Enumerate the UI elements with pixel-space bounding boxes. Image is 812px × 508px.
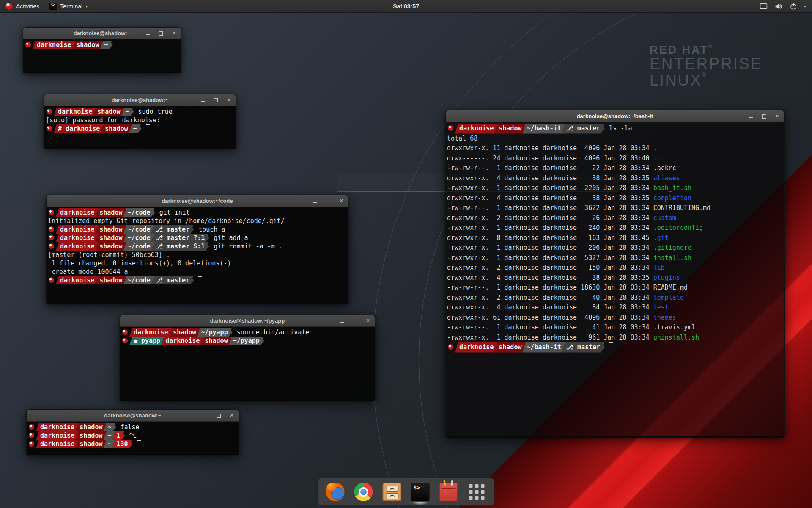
terminal-window-pyapp[interactable]: darknoise@shadow:~/pyapp✕darknoiseshadow… [120,315,375,400]
terminal-content[interactable]: darknoiseshadow~/bash-it⎇ masterls -lato… [446,122,784,438]
close-button[interactable]: ✕ [226,98,231,103]
rhel-logo: RED HAT® ENTERPRISE LINUX® [650,44,762,88]
terminal-line: [master (root-commit) 50bcb63] . [48,251,348,259]
terminal-window-code[interactable]: darknoise@shadow:~/code✕darknoiseshadow~… [46,195,348,304]
command-text: ^C [129,432,137,439]
command-text: git add a [214,234,248,242]
prompt-segment: ⎇ master [151,276,194,284]
terminal-content[interactable]: darknoiseshadow~/pyappsource bin/activat… [120,327,375,401]
maximize-button[interactable] [213,98,218,103]
close-button[interactable]: ✕ [365,318,370,323]
dock-item-terminal[interactable]: $> [411,482,430,502]
terminal-line: -rw-rw-r--. 1 darknoise darknoise 41 Jan… [447,323,784,333]
terminal-line: ● pyappdarknoiseshadow~/pyapp [121,337,375,345]
close-button[interactable]: ✕ [339,199,344,204]
terminal-cursor [137,440,141,441]
minimize-button[interactable] [145,31,150,36]
maximize-button[interactable] [762,114,767,119]
minimize-button[interactable] [749,114,754,119]
titlebar[interactable]: darknoise@shadow:~/pyapp✕ [120,315,375,327]
close-button[interactable]: ✕ [171,31,176,36]
registered-mark: ® [708,44,713,50]
output-text: -rwxrwxr-x. 1 darknoise darknoise 961 Ja… [447,334,699,341]
terminal-icon: $> [411,483,430,501]
prompt-segment: shadow [95,276,126,284]
minimize-button[interactable] [339,318,344,323]
terminal-window-bash-it[interactable]: darknoise@shadow:~/bash-it✕darknoiseshad… [445,110,785,437]
terminal-line: drwxrwxr-x. 2 darknoise darknoise 26 Jan… [447,213,784,224]
terminal-line: drwxrwxr-x. 2 darknoise darknoise 40 Jan… [447,293,784,303]
terminal-window-sudo[interactable]: darknoise@shadow:~✕darknoiseshadow~sudo … [44,94,236,148]
activities-label: Activities [16,3,39,10]
close-button[interactable]: ✕ [775,114,780,119]
prompt-segment: darknoise [36,431,78,440]
terminal-content[interactable]: darknoiseshadow~falsedarknoiseshadow~1^C… [27,422,239,455]
terminal-content[interactable]: darknoiseshadow~sudo true[sudo] password… [44,106,236,149]
prompt-segment: shadow [75,423,106,431]
maximize-button[interactable] [216,413,221,418]
dock-item-app-grid[interactable] [467,482,487,502]
prompt-segment: darknoise [161,337,203,345]
minimize-button[interactable] [313,199,318,204]
titlebar[interactable]: darknoise@shadow:~/bash-it✕ [446,110,784,122]
power-icon [790,3,797,10]
system-status-area[interactable]: ▾ [760,0,812,12]
terminal-line: darknoiseshadow~/code⎇ master S:1git com… [48,242,348,251]
maximize-button[interactable] [352,318,357,323]
window-title: darknoise@shadow:~/bash-it [446,110,784,122]
window-title: darknoise@shadow:~/pyapp [120,315,375,326]
output-text: Initialized empty Git repository in /hom… [48,217,285,225]
terminal-content[interactable]: darknoiseshadow~/codegit initInitialized… [47,207,348,304]
terminal-line: darknoiseshadow~/pyappsource bin/activat… [121,328,375,337]
terminal-line: darknoiseshadow~/code⎇ mastertouch a [48,225,348,234]
prompt-segment: ⎇ master [151,225,194,234]
prompt-segment: # darknoise [54,124,104,133]
terminal-line: drwxrwxr-x. 4 darknoise darknoise 38 Jan… [447,273,784,283]
terminal-line: drwxrwxr-x. 11 darknoise darknoise 4096 … [447,144,784,154]
terminal-line: -rwxrwxr-x. 1 darknoise darknoise 206 Ja… [447,243,784,253]
output-text: drwxrwxr-x. 4 darknoise darknoise 38 Jan… [447,274,680,282]
minimize-button[interactable] [200,98,205,103]
chrome-icon [354,483,373,501]
terminal-cursor [269,337,272,337]
titlebar[interactable]: darknoise@shadow:~✕ [23,28,181,39]
output-text: drwxrwxr-x. 4 darknoise darknoise 38 Jan… [447,194,691,202]
redhat-prompt-icon [29,424,34,430]
maximize-button[interactable] [326,199,331,204]
output-text: -rw-rw-r--. 1 darknoise darknoise 41 Jan… [447,323,695,331]
titlebar[interactable]: darknoise@shadow:~✕ [44,94,236,106]
redhat-prompt-icon [122,329,128,335]
command-text: false [121,423,140,431]
app-menu-terminal[interactable]: $> Terminal ▾ [44,0,93,12]
close-button[interactable]: ✕ [229,413,234,418]
prompt-segment: ⎇ master S:1 [151,242,209,251]
activities-button[interactable]: Activities [0,0,44,12]
prompt-segment: ~/code [123,242,154,251]
output-text: drwxrwxr-x. 61 darknoise darknoise 4096 … [447,314,676,321]
clock[interactable]: Sat 03:57 [393,3,419,10]
command-text: git commit -a -m . [214,243,283,250]
command-text: source bin/activate [237,329,310,336]
dock-item-firefox[interactable] [326,482,345,502]
terminal-window-home-1[interactable]: darknoise@shadow:~✕darknoiseshadow~ [23,27,181,72]
titlebar[interactable]: darknoise@shadow:~✕ [27,410,239,422]
titlebar-buttons: ✕ [749,110,780,122]
terminal-window-home-2[interactable]: darknoise@shadow:~✕darknoiseshadow~false… [26,409,239,454]
titlebar-buttons: ✕ [313,195,344,207]
redhat-prompt-icon [49,235,54,240]
dock-item-files[interactable] [382,482,402,502]
titlebar-buttons: ✕ [203,410,234,421]
output-text: -rw-rw-r--. 1 darknoise darknoise 22 Jan… [447,164,676,172]
dock-item-chrome[interactable] [354,482,373,502]
prompt-segment: darknoise [455,342,497,353]
terminal-content[interactable]: darknoiseshadow~ [23,39,181,73]
prompt-segment: shadow [169,328,200,337]
terminal-line: drwxrwxr-x. 2 darknoise darknoise 150 Ja… [447,263,784,273]
prompt-segment: ~/pyapp [197,328,231,337]
titlebar[interactable]: darknoise@shadow:~/code✕ [47,195,348,207]
redhat-prompt-icon [47,109,52,114]
output-text: drwxrwxr-x. 8 darknoise darknoise 163 Ja… [447,234,669,242]
maximize-button[interactable] [158,31,163,36]
minimize-button[interactable] [203,413,208,418]
dock-item-toolbox[interactable] [439,482,458,502]
